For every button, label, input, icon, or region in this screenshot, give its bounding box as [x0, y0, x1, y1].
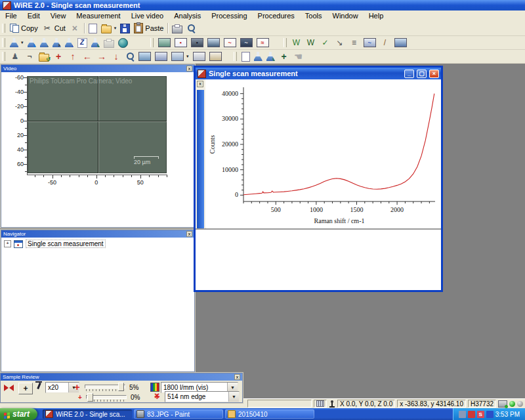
spectrum-chart[interactable]: 010000200003000040000500100015002000Rama… [205, 79, 441, 228]
menu-live-video[interactable]: Live video [126, 11, 169, 20]
close-icon[interactable]: x [234, 374, 240, 380]
abort-measurement-button[interactable]: ✂ [51, 37, 62, 48]
print-disabled-button[interactable] [102, 37, 116, 49]
step-sequence-button[interactable]: ≡ [348, 37, 361, 49]
laser-select[interactable]: 514 nm edge ▼ [165, 391, 240, 402]
sample-restore-button[interactable]: ↺ [265, 51, 276, 62]
move-left-button[interactable]: ← [81, 51, 94, 62]
monitor-button[interactable] [393, 37, 408, 48]
menu-procedures[interactable]: Procedures [253, 11, 300, 20]
live-spectrum-viewer-button[interactable]: ~ [239, 37, 254, 48]
tree-item-label[interactable]: Single scan measurement [26, 240, 106, 248]
calibration-check-button[interactable]: ✓ [319, 37, 332, 49]
save-button[interactable] [119, 23, 131, 34]
sample-review-title-bar[interactable]: Sample Review x [1, 373, 242, 381]
edit-view-button[interactable] [208, 51, 223, 62]
move-stage-button[interactable]: + [52, 51, 65, 62]
move-up-button[interactable]: ↑ [66, 51, 79, 62]
menu-tools[interactable]: Tools [300, 11, 327, 20]
run-measurement-button[interactable]: ▶ [26, 37, 37, 48]
overlay-viewer-button[interactable]: ≈ [255, 37, 270, 48]
menu-measurement[interactable]: Measurement [71, 11, 125, 20]
close-icon[interactable]: × [429, 70, 439, 78]
new-measurement-dropdown-icon[interactable]: ▾ [21, 40, 24, 45]
close-icon[interactable]: x [186, 66, 192, 72]
pan-disabled-button[interactable]: ☚ [292, 51, 305, 62]
main-title-bar[interactable]: WiRE 2.0 - Single scan measurement [0, 0, 525, 10]
z-scan-button[interactable]: Z [76, 37, 89, 49]
spectrum-viewer-button[interactable]: ~ [222, 37, 238, 48]
toolbar-grip[interactable] [2, 24, 5, 33]
laser-shutter-icon[interactable] [4, 384, 14, 392]
close-viewer-icon[interactable]: x [197, 81, 203, 87]
toolbar-grip[interactable] [2, 52, 5, 61]
copy-button[interactable]: Copy [9, 23, 39, 33]
print-button[interactable] [171, 23, 184, 34]
expander-icon[interactable]: + [4, 240, 11, 247]
menu-processing[interactable]: Processing [206, 11, 252, 20]
annotate-button[interactable] [192, 51, 207, 62]
repeat-measurement-button[interactable]: ↺ [90, 37, 101, 48]
menu-view[interactable]: View [45, 11, 72, 20]
open-dropdown-icon[interactable]: ▾ [114, 26, 117, 31]
tray-monitor-icon[interactable] [459, 411, 466, 418]
close-icon[interactable]: x [186, 231, 192, 237]
save-measurement-button[interactable]: ■ [64, 37, 75, 48]
tray-app-icon[interactable] [486, 411, 494, 418]
move-down-button[interactable]: ↓ [110, 51, 123, 62]
calibration-w2-button[interactable]: W [304, 37, 318, 49]
stage-joystick-button[interactable]: + [18, 383, 33, 394]
capture-image-button[interactable] [137, 51, 152, 62]
new-measurement-button[interactable]: ▾ [9, 37, 25, 48]
montage-viewer-button[interactable] [206, 37, 221, 48]
tray-alert-icon[interactable] [468, 411, 475, 418]
toolbar-grip[interactable] [150, 38, 154, 47]
slider-handle[interactable] [87, 393, 93, 402]
zoom-video-button[interactable] [124, 51, 136, 62]
report-page-button[interactable] [240, 51, 251, 62]
probe-button[interactable]: ¬ [23, 51, 36, 62]
toolbar-grip[interactable] [234, 52, 237, 61]
maximize-icon[interactable]: ▢ [417, 70, 427, 78]
slope-tool-button[interactable]: / [379, 37, 392, 49]
laser-power-slider[interactable] [85, 382, 125, 392]
tray-s-icon[interactable]: S [477, 411, 484, 418]
laser-power-slider-2[interactable] [86, 392, 127, 402]
chart-box-button[interactable]: ~ [362, 37, 377, 48]
navigator-title-bar[interactable]: Navigator x [1, 230, 194, 238]
menu-analysis[interactable]: Analysis [169, 11, 206, 20]
refresh-folder-button[interactable]: ↺ [37, 51, 51, 62]
delete-button[interactable]: × [68, 23, 81, 34]
image-layout-button[interactable] [154, 51, 169, 62]
chevron-down-icon[interactable]: ▼ [228, 392, 239, 402]
taskbar-task-2[interactable]: 83.JPG - Paint [134, 410, 223, 419]
user-button[interactable]: ♟ [9, 51, 22, 62]
open-button[interactable]: ▾ [100, 23, 118, 34]
map-viewer-button[interactable]: ▪ [173, 37, 188, 48]
video-title-bar[interactable]: Video x [1, 65, 194, 72]
report-panel[interactable] [196, 230, 441, 290]
spectrum-title-bar[interactable]: Single scan measurement _ ▢ × [196, 68, 441, 79]
calibration-w1-button[interactable]: W [290, 37, 303, 49]
taskbar-task-1[interactable]: WiRE 2.0 - Single sca... [43, 410, 132, 419]
taskbar-task-3[interactable]: 20150410 [225, 410, 314, 419]
video-viewer-button[interactable] [157, 37, 172, 48]
menu-edit[interactable]: Edit [22, 11, 45, 20]
menu-file[interactable]: File [0, 11, 22, 20]
queue-measurement-button[interactable]: ● [39, 37, 50, 48]
cut-button[interactable]: ✂Cut [41, 23, 67, 34]
toolbar-grip[interactable] [2, 38, 5, 47]
video-view[interactable]: Philips ToUcam Pro Camera; Video20 µm-60… [1, 72, 193, 218]
connect-button[interactable] [117, 37, 129, 49]
start-button[interactable]: start [0, 408, 37, 420]
minimize-icon[interactable]: _ [404, 70, 414, 78]
origin-xy-button[interactable]: ↘ [333, 37, 346, 49]
paste-button[interactable]: Paste [133, 22, 165, 34]
center-stage-button[interactable]: + [278, 51, 291, 62]
window-split-dropdown-icon[interactable]: ▾ [186, 54, 189, 59]
sample-flask-button[interactable] [253, 51, 264, 62]
move-right-button[interactable]: → [95, 51, 108, 62]
clock[interactable]: 3:53 PM [495, 411, 520, 418]
menu-window[interactable]: Window [327, 11, 364, 20]
toolbar-grip[interactable] [284, 38, 287, 47]
